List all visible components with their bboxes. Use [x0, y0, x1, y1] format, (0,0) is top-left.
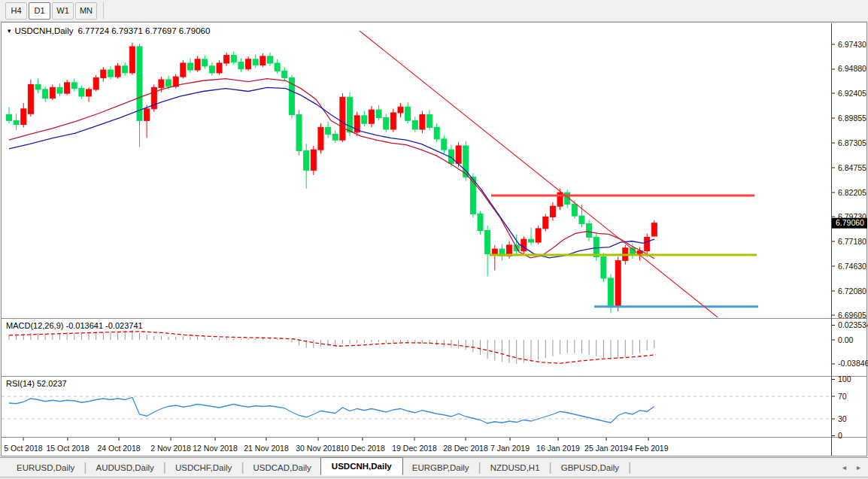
chart-tab-usdcnh[interactable]: USDCNH,Daily: [320, 457, 403, 475]
svg-text:10 Dec 2018: 10 Dec 2018: [340, 444, 385, 453]
chart-tab-eurusd[interactable]: EURUSD,Daily: [8, 460, 83, 475]
collapse-indicator-icon[interactable]: ▾: [8, 27, 11, 35]
svg-text:6.72080: 6.72080: [838, 286, 866, 296]
chart-tab-usdchf[interactable]: USDCHF,Daily: [166, 460, 241, 475]
svg-text:30 Nov 2018: 30 Nov 2018: [296, 444, 341, 453]
svg-text:30: 30: [838, 414, 847, 423]
macd-indicator-label: MACD(12,26,9) -0.013641 -0.023741: [6, 321, 143, 330]
svg-text:4 Feb 2019: 4 Feb 2019: [628, 444, 668, 453]
chart-tab-nzdusd[interactable]: NZDUSD,H1: [481, 460, 549, 475]
svg-text:-0.038466: -0.038466: [838, 359, 868, 368]
svg-text:6.87305: 6.87305: [838, 138, 866, 147]
chart-ohlc-values: 6.77724 6.79371 6.77697 6.79060: [77, 26, 210, 35]
chart-window-frame: [2, 23, 867, 456]
svg-text:28 Dec 2018: 28 Dec 2018: [443, 444, 488, 453]
chart-title: ▾USDCNH,Daily6.77724 6.79371 6.77697 6.7…: [8, 26, 210, 35]
chart-tab-bar: EURUSD,Daily|AUDUSD,Daily|USDCHF,Daily|U…: [0, 457, 868, 477]
svg-text:6.74630: 6.74630: [838, 262, 866, 271]
svg-text:7 Jan 2019: 7 Jan 2019: [490, 444, 530, 453]
svg-text:0.023534: 0.023534: [838, 320, 868, 329]
svg-text:15 Oct 2018: 15 Oct 2018: [46, 444, 89, 453]
chart-tab-audusd[interactable]: AUDUSD,Daily: [86, 460, 162, 475]
svg-text:6.79060: 6.79060: [836, 218, 864, 227]
svg-text:6.94880: 6.94880: [838, 64, 866, 73]
svg-text:21 Nov 2018: 21 Nov 2018: [244, 444, 289, 453]
svg-text:5 Oct 2018: 5 Oct 2018: [4, 444, 43, 453]
chart-tab-gbpusd[interactable]: GBPUSD,Daily: [552, 460, 628, 475]
svg-text:6.97430: 6.97430: [838, 40, 866, 49]
chart-tab-eurgbp[interactable]: EURGBP,Daily: [403, 460, 478, 475]
tab-separator: |: [628, 461, 631, 474]
mt4-application-window: H4D1W1MN 6.974306.948806.924056.898556.8…: [0, 0, 868, 479]
svg-text:70: 70: [838, 392, 847, 401]
tab-scroll-arrows: ◂ ▸: [842, 463, 860, 471]
svg-text:6.89855: 6.89855: [838, 114, 866, 123]
svg-text:100: 100: [838, 374, 851, 384]
svg-text:6.69605: 6.69605: [838, 311, 866, 320]
svg-text:6.84755: 6.84755: [838, 163, 866, 172]
tab-scroll-right-icon[interactable]: ▸: [857, 463, 860, 471]
chart-tab-usdcad[interactable]: USDCAD,Daily: [244, 460, 320, 475]
chart-canvas[interactable]: 6.974306.948806.924056.898556.873056.847…: [0, 0, 868, 479]
svg-text:16 Jan 2019: 16 Jan 2019: [536, 444, 580, 453]
rsi-indicator-label: RSI(14) 52.0237: [6, 379, 67, 388]
tab-scroll-left-icon[interactable]: ◂: [842, 463, 846, 471]
svg-text:2 Nov 2018: 2 Nov 2018: [150, 444, 191, 453]
chart-symbol-label: USDCNH,Daily: [15, 26, 74, 35]
svg-text:0.00: 0.00: [838, 335, 854, 344]
svg-text:24 Oct 2018: 24 Oct 2018: [97, 444, 140, 453]
current-price-marker: 6.79060: [832, 218, 867, 229]
svg-text:12 Nov 2018: 12 Nov 2018: [193, 444, 238, 453]
svg-text:19 Dec 2018: 19 Dec 2018: [392, 444, 437, 453]
svg-text:0: 0: [838, 431, 842, 440]
svg-text:6.92405: 6.92405: [838, 89, 866, 98]
svg-text:25 Jan 2019: 25 Jan 2019: [584, 444, 628, 453]
svg-text:6.77180: 6.77180: [838, 237, 866, 246]
svg-text:6.82205: 6.82205: [838, 188, 866, 197]
